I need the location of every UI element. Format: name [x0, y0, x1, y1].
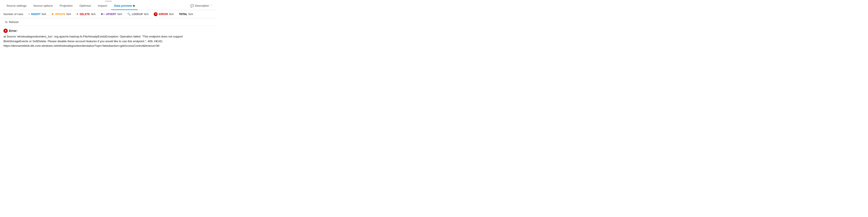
delete-icon: ✕	[76, 12, 79, 16]
tab-data-preview[interactable]: Data preview	[111, 1, 138, 10]
error-icon: ✕	[3, 29, 8, 33]
tab-inspect-label: Inspect	[98, 4, 107, 7]
upsert-value: N/A	[117, 12, 122, 16]
stat-delete: ✕ DELETE N/A	[76, 12, 96, 16]
stat-update: ✱ UPDATE N/A	[52, 12, 71, 16]
tab-bar-right: 💬 Description ⌃	[189, 3, 214, 8]
stat-lookup: 🔍 LOOKUP N/A	[127, 12, 149, 16]
tab-inspect[interactable]: Inspect	[95, 1, 110, 10]
error-section: ✕ Error: at Source 'wholesalegoodsorders…	[0, 26, 217, 51]
chevron-up-icon: ⌃	[210, 4, 212, 7]
stats-bar: Number of rows + INSERT N/A ✱ UPDATE N/A…	[0, 10, 217, 18]
error-message: at Source 'wholesalegoodsorders_tuo': or…	[3, 34, 214, 48]
lookup-label: LOOKUP	[132, 13, 143, 16]
insert-value: N/A	[41, 12, 46, 16]
tab-data-preview-label: Data preview	[114, 4, 132, 7]
error-line3: https://devnameblob.dfs.core.windows.net…	[3, 44, 159, 48]
error-line1: at Source 'wholesalegoodsorders_tuo': or…	[3, 35, 183, 38]
tab-optimize-label: Optimize	[80, 4, 91, 7]
error-label: ERROR	[159, 13, 168, 16]
tab-source-options[interactable]: Source options	[30, 1, 56, 10]
stat-insert: + INSERT N/A	[28, 12, 46, 16]
data-preview-status-dot	[133, 5, 135, 7]
error-value: N/A	[169, 12, 174, 16]
top-handle	[0, 0, 217, 1]
update-label: UPDATE	[55, 13, 65, 16]
refresh-icon: ↻	[5, 21, 8, 24]
stat-rows: Number of rows	[3, 12, 23, 16]
refresh-label: Refresh	[9, 21, 19, 24]
lookup-value: N/A	[144, 12, 149, 16]
error-line2: BlobStorageEvents or SoftDelete. Please …	[3, 40, 163, 43]
delete-label: DELETE	[80, 13, 90, 16]
lookup-icon: 🔍	[127, 12, 131, 16]
tab-source-settings[interactable]: Source settings	[3, 1, 30, 10]
tab-bar: Source settings Source options Projectio…	[0, 1, 217, 10]
error-title: Error:	[9, 29, 18, 32]
upsert-icon: ✱+	[101, 12, 105, 16]
description-icon: 💬	[190, 4, 194, 7]
stat-total: TOTAL N/A	[179, 12, 193, 16]
insert-label: INSERT	[31, 13, 40, 16]
tab-source-options-label: Source options	[33, 4, 53, 7]
delete-value: N/A	[91, 12, 96, 16]
total-value: N/A	[188, 12, 193, 16]
total-label: TOTAL	[179, 13, 187, 16]
stat-error: ✕ ERROR N/A	[154, 12, 174, 16]
toolbar-bar: ↻ Refresh	[0, 18, 217, 26]
update-icon: ✱	[52, 12, 54, 16]
stat-upsert: ✱+ UPSERT N/A	[101, 12, 122, 16]
rows-label: Number of rows	[3, 12, 23, 16]
update-value: N/A	[66, 12, 71, 16]
refresh-button[interactable]: ↻ Refresh	[3, 20, 21, 25]
insert-icon: +	[28, 12, 30, 16]
tab-projection[interactable]: Projection	[57, 1, 75, 10]
description-button[interactable]: 💬 Description ⌃	[189, 3, 214, 8]
tab-projection-label: Projection	[60, 4, 72, 7]
error-header: ✕ Error:	[3, 29, 214, 33]
tab-source-settings-label: Source settings	[6, 4, 27, 7]
upsert-label: UPSERT	[106, 13, 117, 16]
tab-optimize[interactable]: Optimize	[76, 1, 94, 10]
description-label: Description	[195, 4, 209, 7]
error-stat-icon: ✕	[154, 12, 158, 16]
